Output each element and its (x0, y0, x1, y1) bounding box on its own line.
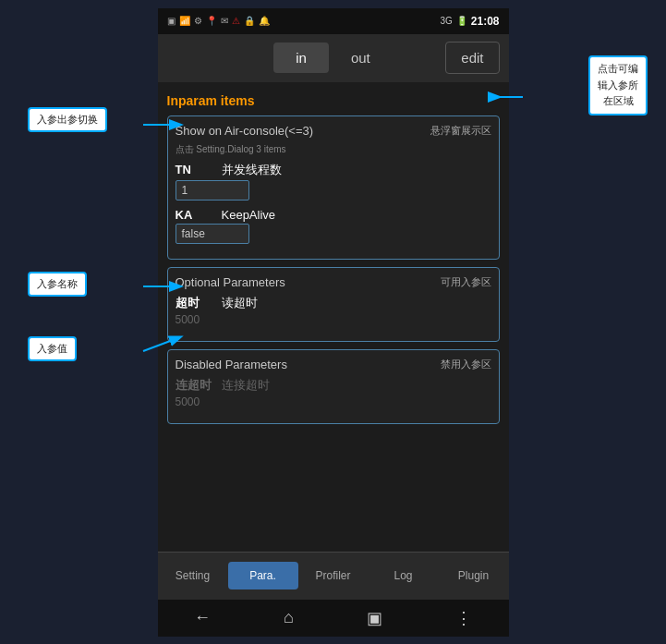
tab-setting[interactable]: Setting (158, 562, 228, 589)
menu-button[interactable]: ⋮ (455, 608, 472, 628)
tab-plugin[interactable]: Plugin (439, 562, 509, 589)
param-ka-name: KA (176, 208, 212, 222)
annotation-value: 入参值 (28, 336, 77, 361)
top-nav: in out edit (158, 34, 509, 82)
home-button[interactable]: ⌂ (284, 608, 294, 627)
param-conn-value: 5000 (176, 395, 491, 408)
param-conn-name: 连超时 (176, 377, 212, 394)
bottom-tabs: Setting Para. Profiler Log Plugin (158, 552, 509, 600)
param-ka-value[interactable]: false (176, 224, 249, 244)
param-tn-name: TN (176, 163, 212, 176)
edit-button[interactable]: edit (445, 42, 499, 74)
recent-button[interactable]: ▣ (367, 608, 382, 628)
optional-section: Optional Parameters 可用入参区 超时 读超时 5000 (167, 267, 500, 342)
inparam-title: Inparam items (167, 93, 500, 108)
in-tab[interactable]: in (273, 43, 329, 73)
param-conn-desc: 连接超时 (222, 377, 270, 394)
signal-text: 3G (440, 16, 452, 26)
disabled-tooltip: 禁用入参区 (441, 358, 491, 371)
status-bar: ▣ 📶 ⚙ 📍 ✉ ⚠ 🔒 🔔 3G 🔋 21:08 (158, 8, 509, 34)
tab-log[interactable]: Log (369, 562, 439, 589)
out-tab[interactable]: out (329, 43, 393, 73)
param-tn-value[interactable]: 1 (176, 180, 249, 200)
annotation-name: 入参名称 (28, 272, 87, 297)
annotation-edit: 点击可编辑入参所在区域 (588, 55, 648, 115)
back-button[interactable]: ← (194, 608, 211, 627)
param-ka: KA KeepAlive false (176, 208, 491, 244)
param-ka-desc: KeepAlive (222, 208, 276, 222)
param-timeout-name: 超时 (176, 295, 212, 311)
time-display: 21:08 (471, 15, 500, 28)
param-timeout: 超时 读超时 5000 (176, 295, 491, 326)
param-timeout-desc: 读超时 (222, 295, 258, 311)
disabled-section: Disabled Parameters 禁用入参区 连超时 连接超时 5000 (167, 349, 500, 424)
tab-profiler[interactable]: Profiler (298, 562, 369, 589)
tab-para[interactable]: Para. (228, 562, 298, 589)
show-header: Show on Air-console(<=3) (176, 124, 314, 138)
battery-icon: 🔋 (456, 16, 467, 26)
param-timeout-value: 5000 (176, 313, 491, 326)
status-right: 3G 🔋 21:08 (440, 15, 499, 28)
disabled-header: Disabled Parameters (176, 358, 287, 371)
show-sublabel: 点击 Setting.Dialog 3 items (176, 143, 491, 156)
show-section: Show on Air-console(<=3) 悬浮窗展示区 点击 Setti… (167, 115, 500, 260)
status-icons: ▣ 📶 ⚙ 📍 ✉ ⚠ 🔒 🔔 (167, 16, 270, 26)
param-tn-desc: 并发线程数 (222, 162, 282, 178)
param-conn-timeout: 连超时 连接超时 5000 (176, 377, 491, 408)
optional-tooltip: 可用入参区 (441, 275, 491, 289)
nav-bar: ← ⌂ ▣ ⋮ (158, 600, 509, 637)
optional-header: Optional Parameters (176, 275, 285, 289)
show-tooltip: 悬浮窗展示区 (430, 124, 491, 138)
main-content: Inparam items Show on Air-console(<=3) 悬… (158, 82, 509, 552)
annotation-switch: 入参出参切换 (28, 107, 107, 132)
param-tn: TN 并发线程数 1 (176, 162, 491, 200)
